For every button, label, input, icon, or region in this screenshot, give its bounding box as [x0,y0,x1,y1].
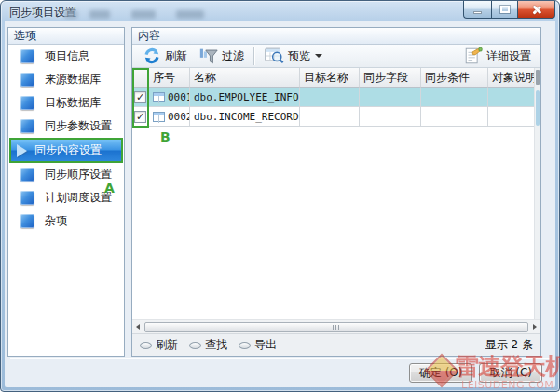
refresh-icon [142,46,162,66]
minimize-button[interactable] [463,1,491,19]
filter-label: 过滤 [222,48,244,64]
maximize-button[interactable] [491,1,517,19]
scroll-left-arrow-icon[interactable] [132,320,143,334]
row-sync-fields [360,107,421,127]
redacted-text [64,10,77,19]
select-all-header-cell[interactable] [132,68,149,88]
row-sync-condition [421,107,488,127]
column-header-sync-condition[interactable]: 同步条件 [421,68,488,88]
cancel-button[interactable]: 取消 (C) [479,363,542,383]
table-header-row: 序号 名称 目标名称 同步字段 同步条件 对象说明 [132,68,540,88]
sidebar-item-label: 杂项 [45,213,67,229]
annotation-label-b: B [160,129,171,144]
sidebar-item-source-database[interactable]: 来源数据库 [8,68,124,91]
oval-icon [189,342,201,349]
sync-content-table: 序号 名称 目标名称 同步字段 同步条件 对象说明 ✓ 0001 dbo.EMP… [132,68,540,319]
ok-button[interactable]: 确定 (O) [409,363,473,383]
footer-find-link[interactable]: 查找 [189,337,227,353]
vertical-scrollbar-corner [536,70,540,85]
footer-export-link[interactable]: 导出 [239,337,277,353]
column-header-no[interactable]: 序号 [149,68,190,88]
sync-project-settings-dialog: { "titlebar": { "title": "同步项目设置" }, "si… [0,0,560,392]
row-no: 0001 [168,91,190,103]
oval-icon [140,342,152,349]
row-description [488,88,540,107]
vertical-scrollbar-thumb[interactable] [536,90,540,126]
table-grid-icon [153,92,165,102]
footer-refresh-label: 刷新 [156,337,178,353]
sidebar-item-label: 目标数据库 [45,95,101,111]
refresh-label: 刷新 [165,48,187,64]
dialog-buttons: 确定 (O) 取消 (C) [409,363,542,383]
arrow-right-icon [17,144,27,157]
sidebar-item-label: 来源数据库 [45,72,101,88]
table-row[interactable]: ✓ 0001 dbo.EMPOLYEE_INFO [132,88,540,107]
oval-icon [239,342,251,349]
redacted-text [89,10,110,19]
row-sync-condition [421,88,488,107]
row-target-name [300,107,360,127]
footer-find-label: 查找 [205,337,227,353]
window-frame: 同步项目设置 选项 项目信息 来源数据库 [0,0,560,392]
blue-square-icon [20,119,34,133]
column-header-sync-fields[interactable]: 同步字段 [360,68,421,88]
filter-toolbar-button[interactable]: 过滤 [193,45,250,67]
filter-icon [198,46,219,66]
detail-settings-label: 详细设置 [486,48,531,64]
preview-icon [264,46,285,66]
content-panel: 内容 刷新 [131,27,541,357]
sidebar-item-label: 同步内容设置 [34,142,102,158]
redacted-text [131,10,156,19]
close-button[interactable] [517,1,555,19]
row-checkbox-checked[interactable]: ✓ [134,111,146,123]
bottom-divider [10,358,550,359]
table-row[interactable]: ✓ 0002 dbo.INCOME_RECORD [132,107,540,127]
blue-square-icon [20,96,34,110]
detail-settings-icon [463,46,484,66]
row-no: 0002 [168,111,190,123]
client-area: 选项 项目信息 来源数据库 目标数据库 同步参数设置 [5,21,555,387]
sidebar-item-project-info[interactable]: 项目信息 [8,45,124,68]
horizontal-scrollbar-thumb[interactable] [144,322,528,332]
content-toolbar: 刷新 过滤 [132,45,540,68]
toolbar-separator [253,47,254,65]
vertical-scrollbar[interactable] [534,68,540,319]
sidebar-item-target-database[interactable]: 目标数据库 [8,91,124,115]
horizontal-scrollbar[interactable] [132,319,540,333]
blue-square-icon [20,214,34,228]
content-header: 内容 [132,28,540,45]
sidebar-item-sync-content[interactable]: 同步内容设置 [9,138,123,163]
annotation-label-a: A [104,181,115,196]
blue-square-icon [20,73,34,87]
row-checkbox-checked[interactable]: ✓ [134,91,146,103]
sidebar-header: 选项 [8,28,124,45]
chevron-down-icon [315,54,322,58]
close-icon [531,5,541,15]
window-controls [463,1,555,19]
column-header-description[interactable]: 对象说明 [488,68,540,88]
preview-label: 预览 [288,48,310,64]
titlebar[interactable]: 同步项目设置 [1,1,559,21]
column-header-target-name[interactable]: 目标名称 [300,68,360,88]
sidebar-item-label: 计划调度设置 [45,190,112,206]
row-description [488,107,540,127]
preview-toolbar-button[interactable]: 预览 [258,45,328,67]
record-count-text: 显示 2 条 [485,337,533,353]
minimize-icon [473,11,482,14]
row-name: dbo.EMPOLYEE_INFO [190,88,300,107]
maximize-icon [500,6,510,13]
scroll-right-arrow-icon[interactable] [529,320,540,334]
column-header-name[interactable]: 名称 [190,68,300,88]
sidebar-item-sync-params[interactable]: 同步参数设置 [8,115,124,138]
sidebar-item-misc[interactable]: 杂项 [8,210,124,233]
footer-refresh-link[interactable]: 刷新 [140,337,178,353]
content-footer: 刷新 查找 导出 显示 2 条 [132,333,540,356]
detail-settings-button[interactable]: 详细设置 [458,45,537,67]
sidebar-item-label: 同步参数设置 [45,118,112,134]
row-sync-fields [360,88,421,107]
blue-square-icon [20,191,34,205]
refresh-toolbar-button[interactable]: 刷新 [136,45,193,67]
blue-square-icon [20,168,34,182]
sidebar-list: 项目信息 来源数据库 目标数据库 同步参数设置 同步内容设置 [8,45,124,356]
blue-square-icon [20,49,34,63]
